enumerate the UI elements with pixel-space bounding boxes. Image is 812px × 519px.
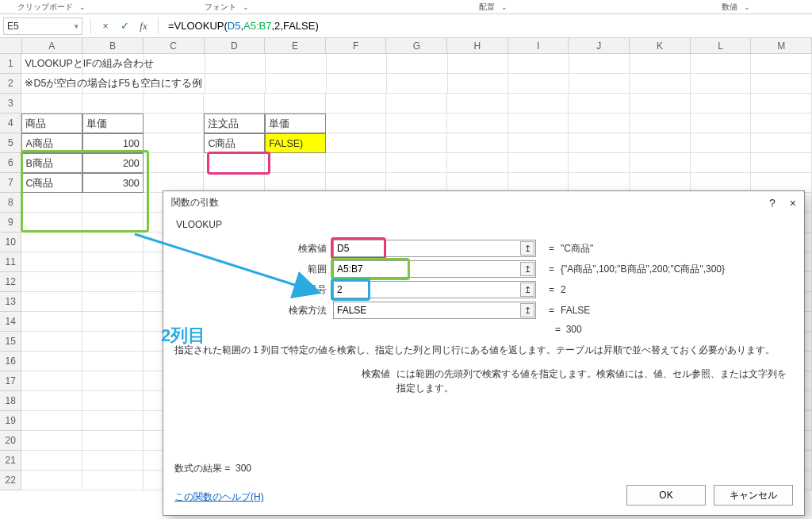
cell[interactable] [630,113,691,133]
cell-E4[interactable]: 単価 [265,113,326,133]
cell[interactable] [21,252,82,272]
cell-A7[interactable]: C商品 [21,173,82,193]
row-header[interactable]: 9 [0,213,21,233]
cell[interactable] [569,54,630,74]
row-header[interactable]: 21 [0,451,21,471]
col-header[interactable]: D [205,38,266,53]
ref-edit-icon[interactable]: ↥ [520,241,534,256]
dialog-help-link[interactable]: この関数のヘルプ(H) [174,490,264,504]
row-header[interactable]: 5 [0,133,21,153]
chevron-down-icon[interactable]: ▾ [75,22,79,30]
row-header[interactable]: 19 [0,411,21,431]
ref-edit-icon[interactable]: ↥ [520,283,534,297]
cell[interactable] [448,54,509,74]
cell[interactable] [508,94,569,113]
cell-B7[interactable]: 300 [82,173,144,193]
cell[interactable] [691,54,752,74]
cell[interactable] [691,133,752,153]
cell[interactable] [386,113,447,133]
row-header[interactable]: 3 [0,94,21,113]
cell[interactable] [691,94,752,113]
select-all-corner[interactable] [0,38,22,53]
ref-edit-icon[interactable]: ↥ [520,303,534,317]
cell[interactable] [205,74,266,94]
row-header[interactable]: 6 [0,153,21,173]
cell[interactable] [386,153,447,173]
cell[interactable] [266,74,327,94]
fx-button[interactable]: fx [134,17,153,36]
cell[interactable] [82,371,144,391]
cell[interactable] [21,371,82,391]
cell-B4[interactable]: 単価 [82,113,144,133]
cell[interactable] [508,133,569,153]
ref-edit-icon[interactable]: ↥ [520,262,534,276]
cell[interactable] [82,233,144,252]
cell[interactable] [508,54,569,74]
cell-D4[interactable]: 注文品 [204,113,265,133]
row-header[interactable]: 18 [0,391,21,411]
cell[interactable] [751,153,812,173]
cell[interactable] [569,94,630,113]
cell[interactable] [630,133,691,153]
arg-input-col[interactable] [333,281,536,298]
cell[interactable] [751,133,812,153]
cell[interactable] [144,153,205,173]
cell[interactable] [82,312,144,332]
cell[interactable] [751,94,812,113]
cell[interactable] [21,193,82,213]
cell[interactable] [751,113,812,133]
cell[interactable] [21,352,82,371]
cell[interactable] [82,332,144,352]
cell[interactable] [21,94,82,113]
cell[interactable] [326,94,387,113]
cell[interactable] [630,54,691,74]
cell[interactable] [326,133,387,153]
col-header[interactable]: M [751,38,812,53]
cell[interactable] [21,292,82,312]
cell[interactable] [447,133,508,153]
cell[interactable] [327,74,388,94]
row-header[interactable]: 16 [0,352,21,371]
row-header[interactable]: 14 [0,312,21,332]
cell[interactable] [21,471,82,490]
cell[interactable] [508,153,569,173]
dialog-close-button[interactable]: × [790,197,796,210]
cell-A5[interactable]: A商品 [21,133,82,153]
col-header[interactable]: J [569,38,630,53]
formula-input[interactable]: =VLOOKUP(D5,A5:B7,2,FALSE) [163,17,812,35]
row-header[interactable]: 8 [0,193,21,213]
cell[interactable] [265,153,326,173]
cell[interactable] [691,113,752,133]
cell[interactable] [630,153,691,173]
cell[interactable] [751,54,812,74]
col-header[interactable]: F [326,38,387,53]
arg-input-type[interactable] [333,302,536,319]
cell[interactable] [266,54,327,74]
cell[interactable] [386,94,447,113]
cell[interactable] [447,113,508,133]
cell[interactable] [387,54,448,74]
col-header[interactable]: L [691,38,752,53]
cell-D5[interactable]: C商品 [204,133,265,153]
cancel-formula-button[interactable]: × [96,17,115,36]
row-header[interactable]: 10 [0,233,21,252]
col-header[interactable]: I [508,38,569,53]
cell[interactable] [569,153,630,173]
cell[interactable] [205,54,266,74]
dialog-help-button[interactable]: ? [769,197,776,210]
cell-A6[interactable]: B商品 [21,153,82,173]
cell[interactable] [82,471,144,490]
cell[interactable] [204,153,265,173]
cell[interactable] [82,213,144,233]
cell[interactable] [21,332,82,352]
cell-E5[interactable]: FALSE) [265,133,326,153]
row-header[interactable]: 11 [0,252,21,272]
cell[interactable] [21,233,82,252]
cell[interactable] [21,272,82,292]
cell[interactable] [82,272,144,292]
row-header[interactable]: 13 [0,292,21,312]
arg-input-range[interactable] [333,260,536,278]
cell[interactable] [82,252,144,272]
cell-B5[interactable]: 100 [82,133,144,153]
cell[interactable] [569,74,630,94]
